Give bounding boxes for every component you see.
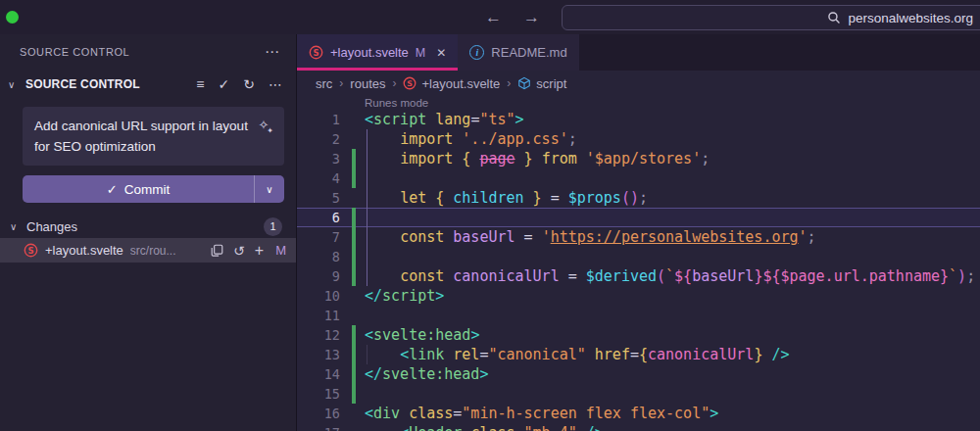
code-line[interactable]: 16<div class="min-h-screen flex flex-col… (297, 404, 980, 423)
tab-readme-md[interactable]: i README.md (458, 34, 578, 71)
line-number: 10 (297, 288, 340, 304)
line-number: 11 (297, 308, 340, 323)
line-number: 5 (297, 190, 340, 206)
commit-dropdown-button[interactable]: ∨ (255, 175, 284, 203)
gutter (352, 306, 356, 325)
diff-added-gutter (352, 325, 356, 345)
view-as-list-icon[interactable]: ≡ (196, 77, 204, 91)
open-file-icon[interactable] (211, 244, 223, 257)
code-text: </script> (365, 286, 444, 306)
line-number: 15 (297, 386, 340, 402)
breadcrumb-label: +layout.svelte (421, 76, 500, 91)
code-line[interactable]: 2 import '../app.css'; (297, 129, 980, 149)
svg-text:S: S (27, 246, 33, 256)
runes-mode-lens[interactable]: Runes mode (297, 96, 980, 110)
svelte-icon: S (309, 45, 323, 60)
commit-button[interactable]: ✓ Commit ∨ (23, 175, 284, 203)
stage-changes-icon[interactable]: + (255, 243, 264, 259)
code-text: <script lang="ts"> (365, 110, 524, 129)
search-value: personalwebsites.org (848, 11, 973, 25)
breadcrumb-src[interactable]: src (316, 76, 332, 91)
source-control-sidebar: SOURCE CONTROL ⋯ ∨ SOURCE CONTROL ≡ ✓ ↻ … (0, 34, 297, 431)
diff-added-gutter (352, 266, 356, 286)
diff-added-gutter (352, 227, 356, 247)
diff-added-gutter (352, 364, 356, 384)
changes-header[interactable]: ∨ Changes 1 (0, 215, 296, 238)
title-bar: ← → personalwebsites.org (0, 0, 980, 34)
code-line[interactable]: 8 (297, 247, 980, 266)
svg-text:S: S (408, 79, 414, 88)
code-line[interactable]: 17 <Header class="mb-4" /> (297, 423, 980, 431)
refresh-icon[interactable]: ↻ (243, 77, 255, 91)
code-line[interactable]: 1<script lang="ts"> (297, 110, 980, 129)
tab-label: +layout.svelte (330, 45, 409, 60)
line-number: 4 (297, 170, 340, 186)
line-number: 1 (297, 112, 340, 127)
line-number: 16 (297, 406, 340, 421)
breadcrumb-routes[interactable]: routes (350, 76, 385, 91)
window-traffic-light[interactable] (6, 11, 19, 24)
code-line[interactable]: 5 let { children } = $props(); (297, 188, 980, 208)
code-text: <div class="min-h-screen flex flex-col"> (365, 404, 718, 423)
tab-layout-svelte[interactable]: S +layout.svelte M ✕ (297, 34, 458, 71)
search-icon (827, 11, 841, 24)
code-line[interactable]: 13 <link rel="canonical" href={canonical… (297, 345, 980, 364)
more-actions-icon[interactable]: ⋯ (269, 77, 282, 91)
breadcrumb-script[interactable]: script (517, 76, 566, 91)
app-window: ← → personalwebsites.org SOURCE CONTROL … (0, 0, 980, 431)
close-icon[interactable]: ✕ (436, 46, 446, 60)
diff-added-gutter (352, 345, 356, 364)
code-line[interactable]: 11 (297, 306, 980, 325)
commit-message-input[interactable]: Add canonical URL support in layout for … (23, 107, 284, 166)
gutter (352, 188, 356, 208)
file-path: src/rou... (130, 244, 204, 258)
code-line[interactable]: 6 (297, 208, 980, 227)
svg-text:S: S (313, 48, 318, 58)
info-icon: i (469, 45, 484, 60)
chevron-down-icon[interactable]: ∨ (8, 79, 20, 90)
code-line[interactable]: 15 (297, 384, 980, 404)
line-number: 12 (297, 327, 340, 343)
tab-modified-badge: M (416, 46, 425, 60)
code-text: <svelte:head> (365, 325, 479, 345)
diff-added-gutter (352, 384, 356, 404)
code-line[interactable]: 9 const canonicalUrl = $derived(`${baseU… (297, 266, 980, 286)
modified-badge: M (275, 243, 286, 258)
tab-label: README.md (491, 45, 566, 60)
code-line[interactable]: 10</script> (297, 286, 980, 306)
code-editor[interactable]: Runes mode 1<script lang="ts">2 import '… (297, 96, 980, 431)
search-input[interactable]: personalwebsites.org (562, 5, 980, 30)
check-icon: ✓ (107, 182, 118, 197)
back-icon[interactable]: ← (485, 9, 502, 25)
chevron-down-icon: ∨ (266, 184, 272, 195)
breadcrumb-layout-svelte[interactable]: S +layout.svelte (403, 76, 500, 91)
diff-added-gutter (352, 208, 356, 227)
changed-file-row[interactable]: S +layout.svelte src/rou... ↺ + M (0, 238, 296, 263)
discard-changes-icon[interactable]: ↺ (233, 244, 245, 258)
line-number: 7 (297, 229, 340, 245)
code-line[interactable]: 3 import { page } from '$app/stores'; (297, 149, 980, 168)
commit-message-text: Add canonical URL support in layout for … (34, 119, 248, 154)
svelte-icon: S (24, 243, 38, 258)
sparkle-ai-icon[interactable]: ✧✦ (258, 115, 275, 137)
line-number: 13 (297, 347, 340, 362)
code-line[interactable]: 12<svelte:head> (297, 325, 980, 345)
code-line[interactable]: 4 (297, 168, 980, 188)
indent-guide (367, 345, 368, 364)
code-text: <link rel="canonical" href={canonicalUrl… (365, 345, 790, 364)
code-text: let { children } = $props(); (365, 188, 648, 208)
line-number: 8 (297, 249, 340, 264)
section-title: SOURCE CONTROL (25, 77, 190, 91)
line-number: 17 (297, 425, 340, 431)
line-number: 2 (297, 131, 340, 147)
forward-icon[interactable]: → (523, 9, 540, 25)
commit-check-icon[interactable]: ✓ (219, 77, 230, 91)
panel-more-icon[interactable]: ⋯ (265, 43, 280, 61)
line-number: 9 (297, 268, 340, 284)
code-line[interactable]: 14</svelte:head> (297, 364, 980, 384)
changes-label: Changes (26, 219, 259, 234)
code-line[interactable]: 7 const baseUrl = 'https://personalwebsi… (297, 227, 980, 247)
diff-added-gutter (352, 168, 356, 188)
code-text: const canonicalUrl = $derived(`${baseUrl… (365, 266, 975, 286)
line-number: 6 (297, 210, 340, 225)
